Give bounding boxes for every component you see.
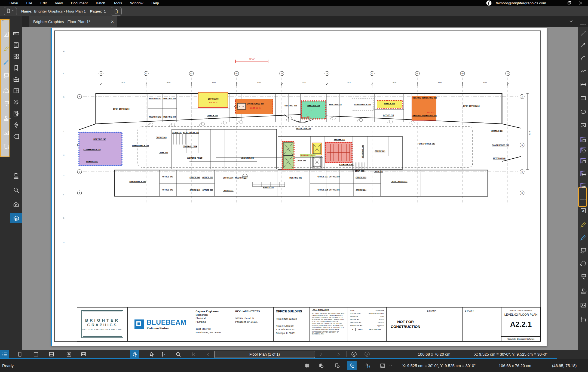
- markup-tool-snapshot-icon[interactable]: [579, 315, 587, 324]
- sidebar-flatten-icon[interactable]: [10, 171, 22, 181]
- nav-doc-size: 106.68 x 76.20 cm: [418, 350, 450, 359]
- markup-tool-stamp-icon[interactable]: [579, 287, 587, 296]
- sidebar-split-view-icon[interactable]: [10, 86, 22, 96]
- tab-close-icon[interactable]: ✕: [111, 20, 117, 24]
- markup-tool-ellipse-icon[interactable]: [579, 107, 587, 116]
- restore-button[interactable]: [565, 0, 574, 6]
- document-tab[interactable]: Brighter Graphics - Floor Plan 1* ✕: [29, 16, 117, 27]
- svg-text:OFFICE 238: OFFICE 238: [202, 176, 213, 178]
- markup-toolbar-handle[interactable]: [580, 24, 586, 24]
- menu-item-batch[interactable]: Batch: [92, 1, 109, 5]
- nav-single-page-icon[interactable]: [15, 350, 24, 359]
- markup-tool-arc-icon[interactable]: [579, 53, 587, 63]
- svg-text:A: A: [5, 33, 7, 36]
- svg-text:OFFICE 243: OFFICE 243: [162, 189, 173, 191]
- quick-tool-snapshot-icon[interactable]: [2, 142, 11, 151]
- nav-split-horizontal-icon[interactable]: [47, 350, 56, 359]
- status-sync-markups-icon[interactable]: [363, 361, 372, 370]
- menu-item-revu[interactable]: Revu: [5, 1, 22, 5]
- status-snap-document-icon[interactable]: [333, 361, 342, 370]
- markup-tool-measure-count-icon[interactable]: [579, 181, 587, 190]
- sidebar-tool-chest-icon[interactable]: [10, 74, 22, 84]
- markup-tool-measure-volume-icon[interactable]: [579, 146, 587, 155]
- quick-tool-highlighter-icon[interactable]: [2, 44, 11, 53]
- markup-tool-image-icon[interactable]: [579, 300, 587, 310]
- sidebar-settings-icon[interactable]: [10, 97, 22, 107]
- markup-tool-cloud-icon[interactable]: [579, 259, 587, 268]
- nav-select-text-icon[interactable]: A: [159, 350, 168, 359]
- markup-tool-arrow-icon[interactable]: [579, 40, 587, 50]
- status-snap-markup-icon[interactable]: [347, 361, 357, 370]
- sidebar-pen-tool-icon[interactable]: [10, 120, 22, 130]
- menu-item-file[interactable]: File: [22, 1, 36, 5]
- markup-tool-highlighter-icon[interactable]: [579, 220, 587, 229]
- nav-zoom-icon[interactable]: [174, 350, 183, 359]
- menu-item-tools[interactable]: Tools: [109, 1, 126, 5]
- quick-tools-handle[interactable]: [2, 20, 8, 21]
- markup-tool-measure-area-icon[interactable]: [579, 135, 587, 144]
- nav-fit-width-icon[interactable]: [79, 350, 88, 359]
- quick-tool-callout-arrow-icon[interactable]: [2, 99, 11, 108]
- markup-tool-line-icon[interactable]: [579, 29, 587, 38]
- close-button[interactable]: [576, 0, 585, 6]
- sheet-title-cell: SHEET TITLE & NUMBER LEVEL 02 FLOOR PLAN…: [501, 308, 540, 341]
- status-grid-icon[interactable]: [302, 361, 312, 370]
- nav-previous-view-icon[interactable]: [349, 350, 359, 359]
- sidebar-tag-icon[interactable]: [10, 131, 22, 141]
- nav-pan-icon[interactable]: [130, 350, 139, 359]
- menu-item-view[interactable]: View: [51, 1, 67, 5]
- menu-item-help[interactable]: Help: [147, 1, 163, 5]
- svg-text:G: G: [63, 175, 64, 177]
- menu-item-edit[interactable]: Edit: [36, 1, 51, 5]
- nav-first-page-icon[interactable]: [189, 350, 198, 359]
- sidebar-bookmarks-icon[interactable]: [10, 63, 22, 73]
- sidebar-studio-3d-icon[interactable]: [10, 199, 22, 209]
- quick-tool-pen-icon[interactable]: [2, 58, 11, 67]
- document-canvas[interactable]: MLKJHGFED0102030405060708091030'-0"30'-0…: [22, 27, 578, 350]
- status-chevron-down-icon[interactable]: [388, 361, 393, 370]
- nav-select-icon[interactable]: [147, 350, 157, 359]
- markup-tool-callout-icon[interactable]: [579, 246, 587, 255]
- quick-tool-callout-icon[interactable]: [2, 71, 11, 80]
- user-email[interactable]: taimoor@brightergraphics.com: [496, 1, 546, 5]
- minimize-button[interactable]: [553, 0, 562, 6]
- nav-fit-page-icon[interactable]: [64, 350, 74, 359]
- nav-next-page-icon[interactable]: [317, 350, 326, 359]
- sidebar-layers-icon[interactable]: [10, 213, 22, 223]
- svg-text:MEETING 234: MEETING 234: [235, 177, 247, 179]
- markup-tool-measure-perimeter-icon[interactable]: [579, 156, 587, 165]
- menu-item-document[interactable]: Document: [67, 1, 92, 5]
- markup-tool-pen-icon[interactable]: [579, 233, 587, 242]
- document-dropdown[interactable]: [4, 7, 17, 15]
- markup-tool-measure-length-icon[interactable]: [579, 169, 587, 178]
- markup-tool-rectangle-icon[interactable]: [579, 93, 587, 103]
- svg-text:OFFICE 227: OFFICE 227: [317, 176, 328, 178]
- quick-tool-textbox-icon[interactable]: A: [2, 30, 11, 39]
- nav-next-view-icon[interactable]: [362, 350, 372, 359]
- status-snap-grid-icon[interactable]: [317, 361, 326, 370]
- add-page-button[interactable]: [111, 7, 122, 16]
- sidebar-search-icon[interactable]: [10, 185, 22, 195]
- status-swap-reference-icon[interactable]: [378, 361, 387, 370]
- nav-scale-info: X: 9.525 cm = 30'-0", Y: 9.525 cm = 30'-…: [474, 350, 547, 359]
- nav-page-list-icon[interactable]: [0, 350, 9, 359]
- tab-list-chevron-icon[interactable]: [568, 19, 574, 25]
- sidebar-markups-list-icon[interactable]: [10, 109, 22, 118]
- markup-tool-textbox-icon[interactable]: A: [579, 206, 587, 215]
- markup-tool-polyline-icon[interactable]: [579, 67, 587, 76]
- markup-tool-callout-arrow-icon[interactable]: [579, 272, 587, 281]
- menu-item-window[interactable]: Window: [126, 1, 147, 5]
- floorplan-page[interactable]: MLKJHGFED0102030405060708091030'-0"30'-0…: [51, 28, 547, 346]
- quick-tool-image-icon[interactable]: [2, 128, 11, 137]
- nav-last-page-icon[interactable]: [334, 350, 344, 359]
- page-navigation-field[interactable]: Floor Plan (1 of 1): [214, 351, 315, 358]
- quick-tool-cloud-icon[interactable]: [2, 86, 11, 96]
- sidebar-file-access-icon[interactable]: [10, 40, 22, 50]
- sidebar-measurements-icon[interactable]: [10, 29, 22, 38]
- sidebar-thumbnails-icon[interactable]: [10, 51, 22, 61]
- quick-tool-stamp-icon[interactable]: [2, 114, 11, 123]
- nav-previous-page-icon[interactable]: [204, 350, 213, 359]
- nav-split-vertical-icon[interactable]: [31, 350, 41, 359]
- markup-tool-polygon-icon[interactable]: [579, 121, 587, 130]
- markup-tool-dimension-icon[interactable]: [579, 80, 587, 89]
